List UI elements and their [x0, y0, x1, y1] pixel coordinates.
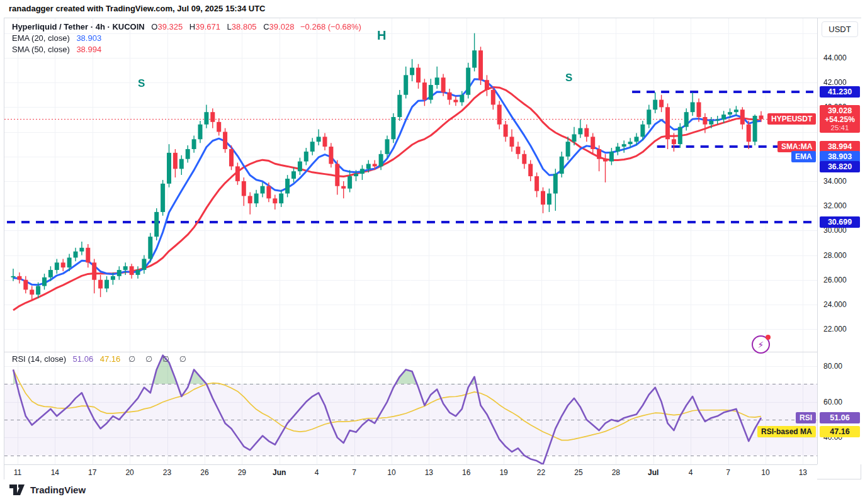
footer: TradingView: [9, 484, 86, 496]
annotation-s-2: S: [565, 72, 572, 84]
time-tick-22-42: 22: [537, 468, 545, 477]
rsi-tick-80.00: 80.00: [823, 362, 842, 371]
sma-value: 38.994: [76, 45, 101, 54]
sma-label: SMA (50, close): [12, 45, 70, 54]
level-41230: 41.230: [820, 86, 860, 98]
price-tick-24.000: 24.000: [823, 300, 847, 309]
chart-canvas[interactable]: [4, 18, 817, 464]
high-letter: H: [189, 22, 195, 31]
high-value: 39.671: [195, 22, 220, 31]
ema-value: 38.903: [76, 33, 101, 43]
sma-legend-row: SMA (50, close) 38.994: [12, 44, 361, 55]
rsi-tick-60.00: 60.00: [823, 398, 842, 406]
symbol-ohlc-row: Hyperliquid / Tether · 4h · KUCOIN O39.3…: [12, 21, 361, 33]
chart-frame: Hyperliquid / Tether · 4h · KUCOIN O39.3…: [4, 18, 861, 479]
tradingview-snapshot: ranadagger created with TradingView.com,…: [0, 0, 865, 504]
time-tick-11-0: 11: [14, 468, 21, 477]
time-tick-10-60: 10: [761, 468, 769, 477]
rsi-value: 51.06: [73, 354, 94, 364]
price-tick-44.000: 44.000: [823, 53, 847, 62]
time-tick-19-39: 19: [499, 468, 507, 477]
open-value: 39.325: [157, 22, 183, 31]
rsi-label: RSI (14, close): [12, 354, 66, 364]
low-value: 38.805: [232, 22, 257, 31]
time-tick-Jul-51: Jul: [648, 468, 659, 477]
change-value: −0.268 (−0.68%): [300, 22, 361, 31]
time-tick-16-36: 16: [462, 468, 470, 477]
rsi-ma-value: 47.16: [100, 354, 121, 364]
level-30699: 30.699: [820, 216, 860, 228]
time-tick-13-33: 13: [425, 468, 433, 477]
annotation-h-1: H: [377, 28, 386, 43]
time-tick-17-6: 17: [88, 468, 96, 477]
time-tick-20-9: 20: [125, 468, 133, 477]
time-tick-25-45: 25: [574, 468, 582, 477]
ema-badge-tag: EMA: [791, 151, 816, 162]
open-letter: O: [151, 22, 157, 31]
tradingview-logo-icon[interactable]: [9, 484, 25, 496]
time-tick-Jun-21: Jun: [273, 468, 286, 477]
time-axis[interactable]: 11141720232629Jun4710131619222528Jul4710…: [4, 464, 817, 480]
attribution-text: ranadagger created with TradingView.com,…: [9, 4, 266, 13]
low-letter: L: [227, 22, 232, 31]
time-tick-7-27: 7: [352, 468, 356, 477]
time-tick-4-54: 4: [689, 468, 693, 477]
tradingview-brand-text[interactable]: TradingView: [30, 484, 86, 495]
notification-dot-icon: [766, 335, 771, 340]
rsi-ma-badge-tag: RSI-based MA: [757, 426, 816, 437]
rsi-badge: 51.06: [820, 412, 860, 423]
symbol-legend: Hyperliquid / Tether · 4h · KUCOIN O39.3…: [12, 21, 361, 55]
price-tick-22.000: 22.000: [823, 325, 847, 333]
price-tick-28.000: 28.000: [823, 251, 847, 260]
annotation-s-0: S: [138, 77, 145, 90]
ema-legend-row: EMA (20, close) 38.903: [12, 33, 361, 44]
currency-toggle-button[interactable]: USDT: [822, 21, 858, 37]
symbol-title: Hyperliquid / Tether · 4h · KUCOIN: [12, 22, 145, 31]
level-36820: 36.820: [820, 161, 860, 172]
price-tick-34.000: 34.000: [823, 177, 847, 186]
rsi-ma-badge: 47.16: [820, 426, 860, 437]
last-price-tag: HYPEUSDT: [767, 113, 816, 125]
rsi-empty-values: ∅ ∅ ∅ ∅: [128, 354, 190, 364]
time-tick-14-3: 14: [51, 468, 59, 477]
time-tick-10-30: 10: [387, 468, 395, 477]
price-tick-32.000: 32.000: [823, 201, 847, 210]
time-tick-26-15: 26: [200, 468, 208, 477]
price-tick-42.000: 42.000: [823, 78, 847, 87]
price-axis[interactable]: USDT 44.00042.00040.00034.00032.00030.00…: [817, 18, 861, 464]
ema-label: EMA (20, close): [12, 33, 70, 43]
bar-countdown: 25:41: [820, 124, 860, 132]
rsi-legend: RSI (14, close) 51.06 47.16 ∅ ∅ ∅ ∅: [12, 354, 190, 364]
last-price: 39.028+54.25%25:41: [820, 105, 860, 133]
close-letter: C: [263, 22, 269, 31]
rsi-badge-tag: RSI: [796, 412, 816, 423]
time-tick-4-24: 4: [315, 468, 319, 477]
time-tick-13-63: 13: [799, 468, 807, 477]
time-tick-28-48: 28: [612, 468, 620, 477]
time-tick-23-12: 23: [163, 468, 171, 477]
close-value: 39.028: [269, 22, 295, 31]
flash-icon[interactable]: ⚡: [752, 335, 770, 354]
price-tick-26.000: 26.000: [823, 276, 847, 284]
time-tick-29-18: 29: [238, 468, 246, 477]
time-tick-7-57: 7: [726, 468, 730, 477]
